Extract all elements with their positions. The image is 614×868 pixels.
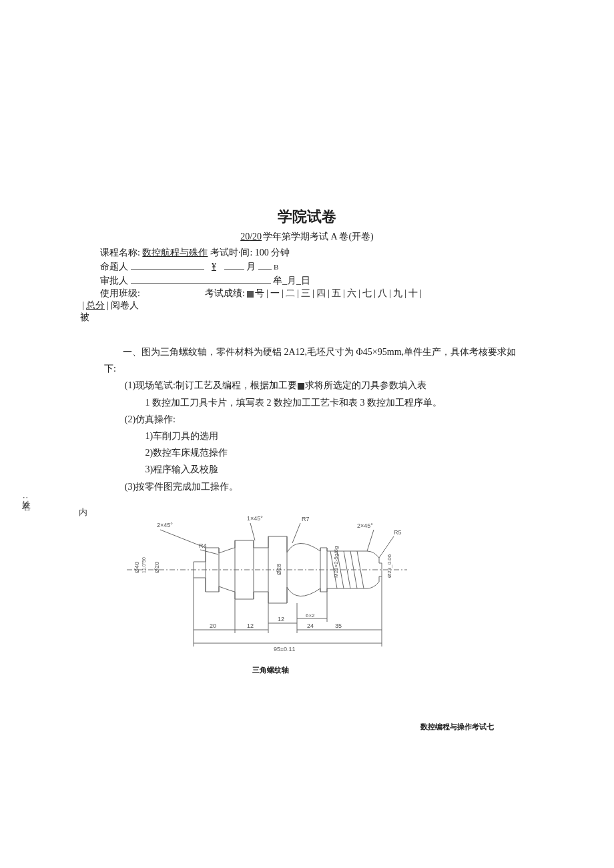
q1-line: (1)现场笔试:制订工艺及编程，根据加工要求将所选定的刀具参数填入表 xyxy=(104,377,521,394)
author-line: 命题人 ¥ 月 B xyxy=(0,260,614,274)
separator-icon xyxy=(359,290,360,298)
q2-1: 1)车削刀具的选用 xyxy=(104,428,521,444)
fig-dim12a: 12 xyxy=(247,622,254,629)
fig-dim12b: 12 xyxy=(278,616,284,622)
fig-d20: Ø20 xyxy=(154,562,160,573)
fig-right-dia: Ø23_0.06 xyxy=(386,554,392,578)
q2-3: 3)程序输入及校脸 xyxy=(104,461,521,478)
svg-line-19 xyxy=(367,530,374,551)
score-cell: 号 xyxy=(255,288,264,298)
fig-thread: M28×2-5g/6g xyxy=(333,546,339,577)
fig-notch: 6×2 xyxy=(306,612,315,618)
figure-caption: 三角螺纹轴 xyxy=(120,665,420,675)
score-cell: 四 xyxy=(316,288,326,298)
separator-icon xyxy=(420,290,421,298)
fig-dim20: 20 xyxy=(210,622,216,629)
side-name-label: 姓名: xyxy=(20,494,32,500)
black-square-icon xyxy=(247,291,254,298)
score-cell: 八 xyxy=(378,288,387,298)
fig-chamfer-right: 2×45° xyxy=(357,522,373,529)
question-body: 一、图为三角螺纹轴，零件材料为硬铝 2A12,毛坯尺寸为 Φ45×95mm,单件… xyxy=(0,324,614,495)
separator-icon xyxy=(298,290,298,298)
fig-left-d1: Ø40 xyxy=(133,562,140,573)
approver-line: 审批人 牟_月_日 xyxy=(0,274,614,288)
separator-icon xyxy=(390,290,390,298)
score-cell: 九 xyxy=(393,288,402,298)
svg-line-18 xyxy=(292,523,300,543)
fig-r4: R4 xyxy=(199,542,207,549)
separator-icon xyxy=(374,290,375,298)
course-line: 课程名称: 数控航程与殊作 考试时·间: 100 分钟 xyxy=(0,246,614,260)
fig-r5: R5 xyxy=(394,529,402,536)
page-footer: 数控编程与操作考试七 xyxy=(0,722,614,732)
separator-icon xyxy=(313,290,314,298)
black-square-icon xyxy=(298,383,304,390)
technical-drawing: 2×45° 1×45° R7 2×45° R5 R4 Ø40 11.0″50 Ø… xyxy=(120,503,420,675)
fig-r7: R7 xyxy=(302,516,310,522)
score-cell: 五 xyxy=(332,288,341,298)
score-cell: 六 xyxy=(347,288,356,298)
q2-2: 2)数控车床规范操作 xyxy=(104,444,521,461)
separator-icon xyxy=(282,290,283,298)
q2-line: (2)仿真操作: xyxy=(104,411,521,428)
separator-icon xyxy=(405,290,406,298)
score-cell: 七 xyxy=(362,288,372,298)
fig-dim35: 35 xyxy=(335,622,342,629)
score-cell: 一 xyxy=(270,288,280,298)
fig-total: 95±0.11 xyxy=(274,646,295,653)
totals-line: 总分阅卷人 xyxy=(0,300,614,312)
fig-d28: Ø28 xyxy=(276,564,282,575)
score-cell: 二 xyxy=(286,288,295,298)
score-cell: 十 xyxy=(408,288,418,298)
svg-line-17 xyxy=(250,523,255,540)
separator-icon xyxy=(267,290,268,298)
separator-icon xyxy=(328,290,329,298)
fig-left-d2: 11.0″50 xyxy=(141,557,146,573)
fig-chamfer-left: 2×45° xyxy=(157,522,173,528)
fig-chamfer-mid: 1×45° xyxy=(247,515,263,522)
fig-dim24: 24 xyxy=(307,622,314,629)
svg-line-21 xyxy=(200,550,218,554)
score-line: 使用班级: 考试成绩: 号一二三四五六七八九十 xyxy=(0,288,614,300)
below-label: 被 xyxy=(0,312,614,324)
section-1-lead: 一、图为三角螺纹轴，零件材料为硬铝 2A12,毛坯尺寸为 Φ45×95mm,单件… xyxy=(104,344,521,377)
exam-session-line: 20/20学年第学期考试 A 卷(开卷) xyxy=(0,231,614,243)
q3-line: (3)按零件图完成加工操作。 xyxy=(104,478,521,495)
separator-icon xyxy=(344,290,344,298)
page-title: 学院试卷 xyxy=(0,207,614,227)
score-cell: 三 xyxy=(301,288,310,298)
q1-tables: 1 数控加工刀具卡片，填写表 2 数控加工工艺卡和表 3 数控加工程序单。 xyxy=(104,394,521,411)
